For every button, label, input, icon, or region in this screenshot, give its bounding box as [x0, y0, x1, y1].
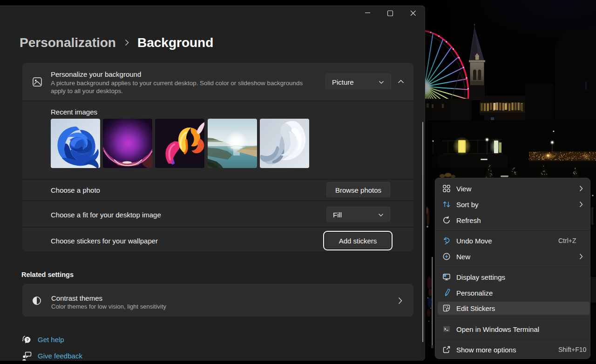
svg-text:?: ? — [26, 337, 29, 342]
